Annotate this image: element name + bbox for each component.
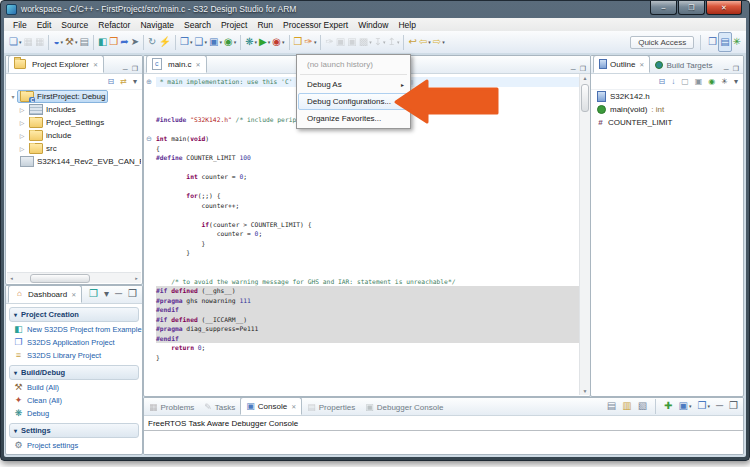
scrollbar-thumb[interactable] — [30, 274, 90, 283]
menubar-processor-expert[interactable]: Processor Expert — [278, 20, 353, 30]
outline-item-function-main[interactable]: main(void) : int — [591, 103, 743, 116]
collapse-all-button[interactable]: ⊟ — [657, 73, 666, 91]
minimize-view-icon[interactable]: ─ — [571, 66, 576, 73]
hide-inactive-button[interactable]: ✳ — [720, 73, 729, 91]
open-element-button[interactable]: ❑▾ — [193, 33, 207, 51]
new-dashboard-view-button[interactable]: ❐ — [88, 285, 99, 303]
dashboard-item-build-all[interactable]: ⚒Build (All) — [6, 381, 142, 394]
tab-main-c[interactable]: main.c ✕ — [146, 55, 207, 73]
outline-item-macro-counter-limit[interactable]: #COUNTER_LIMIT — [591, 116, 743, 129]
tab-console[interactable]: ▣Console✕ — [240, 397, 302, 415]
collapse-all-button[interactable]: ⊟ — [107, 73, 116, 91]
minimize-button[interactable]: – — [650, 1, 677, 15]
console-content[interactable]: FreeRTOS Task Aware Debugger Console — [144, 416, 743, 454]
minimize-button[interactable]: ─ — [715, 397, 724, 415]
tab-debugger-console[interactable]: ▣Debugger Console — [360, 399, 448, 415]
tab-tasks[interactable]: ✎Tasks — [199, 399, 240, 415]
save-button[interactable]: ▦ — [22, 33, 33, 51]
menubar-file[interactable]: File — [8, 20, 32, 30]
annotations-button[interactable]: ▩▾ — [358, 33, 373, 51]
close-icon[interactable]: ✕ — [71, 291, 76, 298]
next-annotation-button[interactable]: ↧▾ — [373, 33, 387, 51]
show-console-when-output-button[interactable]: ▤ — [606, 397, 617, 415]
debug-button[interactable]: ❋▾ — [244, 33, 258, 51]
run-button[interactable]: ▶▾ — [258, 33, 271, 51]
import-button[interactable]: ❒ — [293, 33, 304, 51]
outline-item-include-s32k142[interactable]: S32K142.h — [591, 90, 743, 103]
minimize-view-icon[interactable]: ─ — [724, 66, 729, 73]
fold-expand-icon[interactable]: ⊕ — [146, 78, 152, 86]
menubar-edit[interactable]: Edit — [32, 20, 57, 30]
block-uncomment-button[interactable]: ▣ — [346, 33, 357, 51]
tree-item-s32k144-project[interactable]: S32K144_Rev2_EVB_CAN_FD_LCD_DM — [6, 155, 142, 168]
fold-collapse-icon[interactable]: ⊖ — [146, 135, 152, 143]
horizontal-scrollbar[interactable]: ◂ ▸ — [7, 272, 141, 283]
s32ds-perspective-button[interactable]: ✳ — [732, 33, 742, 51]
title-bar[interactable]: workspace - C/C++ - FirstProject/src/mai… — [1, 1, 749, 17]
link-with-editor-button[interactable]: ⇄ — [119, 73, 128, 91]
tab-properties[interactable]: ▤Properties — [302, 399, 360, 415]
close-icon[interactable]: ✕ — [196, 61, 201, 68]
hide-static-button[interactable]: ▣ — [694, 73, 704, 91]
block-format-button[interactable]: ▣ — [335, 33, 346, 51]
scroll-up-icon[interactable]: ▲ — [580, 74, 590, 82]
toggle-comment-button[interactable]: ✑ — [324, 33, 334, 51]
display-selected-console-button[interactable]: ▣▾ — [677, 397, 692, 415]
external-tools-button[interactable]: ✑▾ — [304, 33, 318, 51]
back-button[interactable]: ⇦▾ — [418, 33, 432, 51]
tab-build-targets[interactable]: Build Targets — [650, 57, 717, 73]
menubar-source[interactable]: Source — [56, 20, 93, 30]
skip-breakpoints-button[interactable]: ◒▾ — [52, 33, 64, 51]
menubar-run[interactable]: Run — [252, 20, 278, 30]
scroll-left-icon[interactable]: ◂ — [7, 275, 16, 281]
close-icon[interactable]: ✕ — [639, 61, 644, 68]
close-icon[interactable]: ✕ — [291, 403, 296, 410]
expander-icon[interactable]: ▷ — [18, 119, 26, 126]
maximize-button[interactable]: ❐ — [127, 285, 138, 303]
dashboard-item-project-settings[interactable]: ⚙Project settings — [6, 439, 142, 452]
minimize-button[interactable]: ─ — [114, 285, 123, 303]
expander-icon[interactable]: ▾ — [9, 93, 17, 100]
dashboard-item-clean-all[interactable]: ✦Clean (All) — [6, 394, 142, 407]
dashboard-item-s32ds-application-project[interactable]: ❐S32DS Application Project — [6, 336, 142, 349]
new-window-button[interactable]: ❐▾ — [179, 33, 193, 51]
save-all-button[interactable]: ▦ — [34, 33, 45, 51]
scroll-lock-button[interactable]: ▥ — [621, 397, 632, 415]
menubar-navigate[interactable]: Navigate — [135, 20, 179, 30]
menubar-window[interactable]: Window — [353, 20, 393, 30]
restore-button[interactable]: ❒ — [678, 1, 705, 15]
quick-access-button[interactable]: Quick Access — [630, 36, 694, 49]
build-all-button[interactable]: ▤ — [78, 33, 89, 51]
tree-item-src[interactable]: ▷src — [6, 142, 142, 155]
hide-fields-button[interactable]: ▢ — [680, 73, 690, 91]
minimize-view-icon[interactable]: ─ — [123, 66, 128, 73]
menubar-search[interactable]: Search — [179, 20, 216, 30]
profile-button[interactable]: ◉▾ — [271, 33, 285, 51]
close-icon[interactable]: ✕ — [93, 61, 98, 68]
dashboard-item-new-s32ds-project-from-example[interactable]: ◧New S32DS Project from Example — [6, 323, 142, 336]
tab-project-explorer[interactable]: Project Explorer ✕ — [8, 55, 104, 73]
view-menu-button[interactable]: ▾ — [132, 73, 138, 91]
expander-icon[interactable]: ▷ — [18, 145, 26, 152]
dashboard-section-project-creation[interactable]: ▾Project Creation — [9, 307, 139, 322]
scroll-down-icon[interactable]: ▼ — [580, 387, 590, 395]
prev-annotation-button[interactable]: ↥▾ — [387, 33, 401, 51]
tab-problems[interactable]: ▦Problems — [144, 399, 199, 415]
open-perspective-button[interactable]: ❒ — [707, 33, 718, 51]
sort-button[interactable]: ↓ — [670, 73, 676, 91]
tree-item-includes[interactable]: ▷Includes — [6, 103, 142, 116]
expander-icon[interactable]: ▷ — [18, 106, 26, 113]
menubar-help[interactable]: Help — [393, 20, 420, 30]
new-project-button[interactable]: ◧ — [97, 33, 108, 51]
new-wizard-button[interactable]: ❏▾ — [8, 33, 22, 51]
maximize-button[interactable]: ❐ — [728, 397, 739, 415]
dashboard-item-s32ds-library-project[interactable]: ≡S32DS Library Project — [6, 349, 142, 362]
build-button[interactable]: ⚒▾ — [64, 33, 78, 51]
tree-item-project-settings[interactable]: ▷Project_Settings — [6, 116, 142, 129]
new-c-file-button[interactable]: ▣▾ — [208, 33, 223, 51]
tab-dashboard[interactable]: ⌂ Dashboard ✕ — [8, 285, 82, 303]
view-menu-button[interactable]: ▾ — [733, 73, 739, 91]
tree-item-include[interactable]: ▷include — [6, 129, 142, 142]
forward-button[interactable]: ⇨▾ — [432, 33, 446, 51]
word-wrap-button[interactable]: ▧ — [637, 397, 648, 415]
